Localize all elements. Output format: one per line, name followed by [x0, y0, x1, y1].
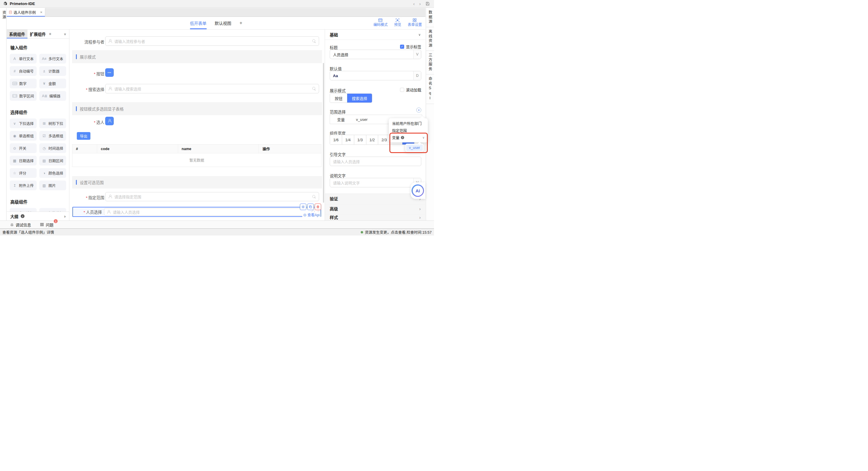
scroll-load-checkbox[interactable]: 滚动加载: [400, 87, 421, 93]
component-date-picker[interactable]: ▦日期选择: [10, 156, 37, 165]
field-label-participant: 流程参与者: [70, 39, 104, 44]
component-editor[interactable]: A≣编辑器: [39, 91, 66, 101]
mode-option-search-select[interactable]: 搜索选择: [347, 94, 372, 102]
checkbox-checked-icon: ✓: [400, 44, 404, 49]
width-option[interactable]: 1/4: [342, 135, 354, 145]
component-switch[interactable]: ⊙开关: [10, 143, 37, 153]
chevron-right-icon: ›: [419, 206, 421, 211]
search-select-input[interactable]: 请输入搜索选择: [105, 84, 319, 93]
component-color-picker[interactable]: ◑颜色选择: [39, 168, 66, 178]
field-settings-button[interactable]: [300, 203, 306, 210]
problems-button[interactable]: 问题 1: [40, 222, 54, 227]
component-list: 输入组件 A单行文本 A≡多行文本 #自动编号 ±计数器 123数字 ¥金额 1…: [7, 39, 69, 212]
component-single-text[interactable]: A单行文本: [10, 54, 37, 64]
tab-system-components[interactable]: 系统组件: [7, 30, 28, 38]
nav-forward-icon[interactable]: ›: [419, 2, 421, 6]
canvas-scrollbar[interactable]: [323, 63, 324, 203]
component-radio-group[interactable]: ◉单选框组: [10, 131, 37, 140]
sidebar-item-offline-resources[interactable]: 离线资源: [426, 27, 434, 51]
component-number[interactable]: 123数字: [10, 78, 37, 88]
dropdown-option-assigned-range[interactable]: 指定范围: [389, 127, 428, 134]
component-attachment-upload[interactable]: ↥附件上传: [10, 181, 37, 190]
show-label-checkbox[interactable]: ✓ 显示标签: [400, 44, 421, 49]
panel-menu-icon[interactable]: ≡: [48, 30, 52, 38]
dropdown-option-current-dept[interactable]: 当前用户所在部门: [389, 120, 428, 127]
resource-change-notice[interactable]: 资源发生变更，点击查看,检查时间:15:57: [361, 229, 432, 235]
component-checkbox-group[interactable]: ☑多选框组: [39, 131, 66, 140]
data-suffix-button[interactable]: D: [413, 71, 421, 80]
component-person-select[interactable]: ○人员选择: [10, 208, 37, 212]
bottom-panel-bar: 调试信息 问题 1: [0, 220, 434, 228]
table-header-row: # code name 操作: [72, 145, 321, 153]
field-delete-button[interactable]: [315, 203, 321, 210]
person-select-input[interactable]: 请输入人员选择: [104, 208, 318, 216]
properties-section-validation[interactable]: 验证›: [325, 193, 426, 203]
properties-section-basic[interactable]: 基础 ∨: [325, 30, 426, 40]
range-value: v_user: [356, 117, 368, 122]
dropdown-option-v-user[interactable]: v_user: [406, 145, 423, 151]
view-api-link[interactable]: ◎ 查看Api: [302, 212, 320, 217]
ai-assistant-button[interactable]: Ai: [411, 184, 424, 197]
number-range-icon: 1~3: [12, 94, 17, 97]
tab-extended-components[interactable]: 扩展组件: [28, 30, 48, 38]
close-tab-icon[interactable]: ✕: [40, 11, 42, 14]
save-icon[interactable]: [426, 1, 430, 6]
variable-suffix-button[interactable]: V: [413, 50, 421, 59]
component-tree-dropdown[interactable]: ⊞树形下拉: [39, 119, 66, 128]
pick-person-button[interactable]: [105, 117, 114, 125]
sidebar-item-resources[interactable]: 资源: [0, 11, 6, 19]
preview-button[interactable]: 预览: [394, 18, 401, 27]
dropdown-icon: ∨: [12, 121, 17, 126]
component-multi-text[interactable]: A≡多行文本: [39, 54, 66, 64]
bug-icon: [10, 223, 14, 227]
status-left-text: 查看资源「选人组件示例」详情: [2, 229, 54, 235]
add-range-icon[interactable]: +: [416, 107, 421, 113]
component-time-picker[interactable]: ◷时间选择: [39, 143, 66, 153]
add-view-button[interactable]: +: [240, 17, 242, 29]
component-date-range[interactable]: ▤日期区间: [39, 156, 66, 165]
sidebar-item-thirdparty-services[interactable]: 三方服务: [426, 51, 434, 74]
panel-collapse-icon[interactable]: ∨: [64, 30, 66, 38]
switch-icon: ⊙: [12, 146, 17, 150]
width-option[interactable]: 1/6: [330, 135, 342, 145]
document-tab[interactable]: 选人组件示例 ✕: [7, 8, 45, 17]
width-option[interactable]: 1/3: [354, 135, 366, 145]
tab-lowcode-form[interactable]: 低开表单: [190, 17, 207, 29]
sidebar-item-named-sql[interactable]: 命名Sql: [426, 74, 434, 104]
desc-text-input[interactable]: 请输入说明文字 V: [330, 178, 421, 187]
component-auto-number[interactable]: #自动编号: [10, 66, 37, 76]
app-logo-icon: [3, 1, 8, 6]
code-mode-button[interactable]: 编码模式: [373, 18, 388, 27]
component-counter[interactable]: ±计数器: [39, 66, 66, 76]
component-dropdown[interactable]: ∨下拉选择: [10, 119, 37, 128]
nav-back-icon[interactable]: ‹: [413, 2, 415, 6]
selected-person-field[interactable]: *人员选择 请输入人员选择 ◎ 查看Api: [72, 207, 321, 217]
guide-text-input[interactable]: 请输入人员选择: [330, 157, 421, 166]
tab-default-view[interactable]: 默认视图: [215, 17, 231, 29]
component-image[interactable]: ▧图片: [39, 181, 66, 190]
dropdown-option-variable[interactable]: 变量 i ∨: [389, 134, 428, 141]
properties-section-advanced[interactable]: 高级›: [325, 203, 426, 213]
color-picker-icon: ◑: [42, 171, 46, 175]
export-button[interactable]: 导出: [77, 132, 90, 140]
person-icon: [108, 39, 112, 43]
sidebar-item-datasource[interactable]: 数据源: [426, 8, 434, 27]
component-rating[interactable]: ☆评分: [10, 168, 37, 178]
picker-ellipsis-button[interactable]: •••: [105, 68, 114, 77]
properties-section-style[interactable]: 样式›: [325, 214, 426, 220]
field-copy-button[interactable]: [307, 203, 314, 210]
debug-info-button[interactable]: 调试信息: [10, 222, 31, 227]
title-input[interactable]: 人员选择 V: [330, 50, 421, 59]
width-option[interactable]: 1/2: [366, 135, 378, 145]
component-amount[interactable]: ¥金额: [39, 78, 66, 88]
person-icon: [108, 119, 112, 123]
default-value-input[interactable]: Aa D: [330, 71, 421, 81]
form-settings-button[interactable]: 表单设置: [408, 18, 422, 27]
mode-option-button[interactable]: 按钮: [330, 94, 347, 102]
participant-input[interactable]: 请输入流程参与者: [105, 36, 319, 46]
result-table: # code name 操作 暂无数据: [72, 144, 321, 167]
assigned-range-input[interactable]: 请选择指定范围: [105, 192, 319, 201]
component-number-range[interactable]: 1~3数字区间: [10, 91, 37, 101]
component-org-select[interactable]: ⊟机构选择: [39, 208, 66, 212]
outline-row[interactable]: 大纲 i ›: [7, 212, 69, 220]
